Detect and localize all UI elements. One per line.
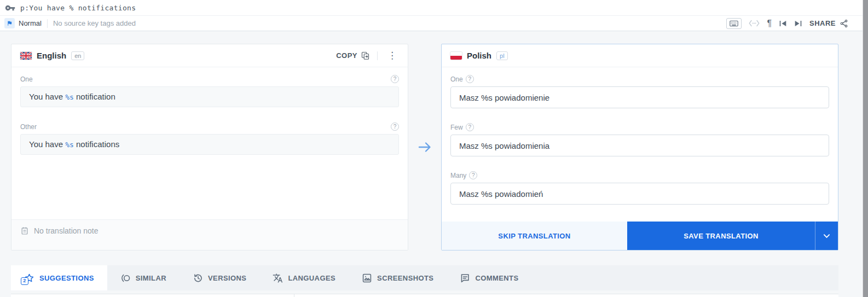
tab-suggestions[interactable]: 2 SUGGESTIONS — [11, 265, 107, 290]
share-button[interactable]: SHARE — [809, 19, 848, 28]
tab-label: SUGGESTIONS — [39, 274, 94, 282]
key-tags-input[interactable]: No source key tags added — [53, 19, 136, 27]
source-text-one: You have %s notification — [20, 86, 399, 107]
source-text: notifications — [74, 139, 119, 149]
source-panel: English en COPY ⋮ One ? You have %s noti… — [11, 44, 408, 251]
source-text: notification — [74, 92, 115, 101]
code-view-icon[interactable] — [749, 20, 760, 27]
tab-label: VERSIONS — [208, 274, 246, 282]
key-header-bar: p:You have % notifications — [0, 0, 863, 16]
tab-similar[interactable]: SIMILAR — [107, 265, 180, 290]
status-flag-icon — [4, 18, 15, 28]
target-language-name: Polish — [467, 51, 491, 60]
source-panel-header: English en COPY ⋮ — [11, 44, 408, 67]
history-icon — [193, 273, 203, 283]
star-icon: 2 — [24, 273, 34, 283]
source-language-code-badge: en — [71, 51, 84, 60]
suggestions-panel-top — [11, 294, 838, 297]
target-language-code-badge: pl — [496, 51, 508, 60]
arrow-right-icon — [418, 141, 432, 154]
flag-poland-icon — [450, 52, 462, 60]
status-label: Normal — [19, 19, 42, 27]
key-icon — [5, 3, 15, 13]
skip-translation-button[interactable]: SKIP TRANSLATION — [442, 222, 627, 250]
placeholder-token: %s — [65, 141, 74, 149]
header-divider — [377, 51, 378, 60]
share-icon — [840, 19, 848, 28]
source-panel-body: One ? You have %s notification Other ? Y… — [11, 67, 408, 219]
tab-languages[interactable]: LANGUAGES — [259, 265, 349, 290]
source-text: You have — [29, 92, 65, 101]
plural-form-label: One — [450, 75, 463, 83]
similar-icon — [120, 273, 131, 283]
translation-input-one[interactable] — [450, 86, 829, 108]
copy-icon — [361, 51, 369, 60]
tab-label: SIMILAR — [136, 274, 166, 282]
help-icon[interactable]: ? — [466, 123, 474, 131]
help-icon[interactable]: ? — [391, 123, 399, 131]
save-options-dropdown[interactable] — [815, 222, 838, 250]
note-placeholder: No translation note — [34, 226, 99, 235]
plural-form-label: One — [20, 75, 33, 83]
plural-form-label: Few — [450, 124, 463, 131]
tab-screenshots[interactable]: SCREENSHOTS — [349, 265, 447, 290]
plural-form-label: Other — [20, 123, 37, 131]
help-icon[interactable]: ? — [391, 75, 399, 83]
tab-comments[interactable]: COMMENTS — [447, 265, 531, 290]
next-key-icon[interactable] — [794, 20, 802, 27]
source-text-other: You have %s notifications — [20, 134, 399, 155]
comment-icon — [460, 273, 470, 283]
keyboard-shortcuts-icon[interactable] — [726, 18, 742, 29]
help-icon[interactable]: ? — [469, 171, 477, 179]
tab-versions[interactable]: VERSIONS — [180, 265, 259, 290]
flag-united-kingdom-icon — [20, 52, 32, 60]
column-divider — [294, 294, 294, 297]
copy-label: COPY — [336, 51, 357, 60]
key-status-chip[interactable]: Normal — [4, 18, 42, 28]
suggestions-count-badge: 2 — [21, 277, 28, 285]
target-panel-body: One ? Few ? Many ? — [442, 67, 838, 222]
kebab-menu-icon[interactable]: ⋮ — [385, 51, 399, 60]
target-panel-header: Polish pl — [442, 44, 838, 67]
save-translation-button[interactable]: SAVE TRANSLATION — [627, 222, 815, 250]
tab-label: COMMENTS — [475, 274, 518, 282]
plural-form-label: Many — [450, 172, 466, 179]
tab-label: SCREENSHOTS — [377, 274, 433, 282]
note-icon — [20, 226, 29, 235]
target-panel: Polish pl One ? Few ? Many ? SKIP TRANSL… — [441, 44, 838, 251]
toolbar-divider — [47, 19, 48, 28]
tab-label: LANGUAGES — [288, 274, 335, 282]
translation-input-many[interactable] — [450, 183, 829, 205]
translate-icon — [273, 273, 283, 283]
toolbar: Normal No source key tags added ¶ SHARE — [0, 16, 863, 31]
vertical-scrollbar[interactable] — [863, 0, 868, 297]
copy-source-button[interactable]: COPY — [336, 51, 369, 60]
key-name[interactable]: p:You have % notifications — [20, 4, 136, 12]
help-icon[interactable]: ? — [466, 75, 474, 83]
editor-tabs: 2 SUGGESTIONS SIMILAR VERSIONS LANGUAGES… — [11, 265, 838, 290]
share-label: SHARE — [809, 19, 836, 27]
translation-note[interactable]: No translation note — [11, 219, 408, 250]
whitespace-toggle-icon[interactable]: ¶ — [767, 19, 772, 28]
image-icon — [362, 273, 372, 283]
previous-key-icon[interactable] — [779, 20, 787, 27]
translation-input-few[interactable] — [450, 135, 829, 156]
source-text: You have — [29, 139, 65, 149]
source-language-name: English — [37, 51, 66, 60]
chevron-down-icon — [823, 234, 830, 238]
translation-actions: SKIP TRANSLATION SAVE TRANSLATION — [442, 222, 838, 250]
placeholder-token: %s — [65, 93, 74, 101]
